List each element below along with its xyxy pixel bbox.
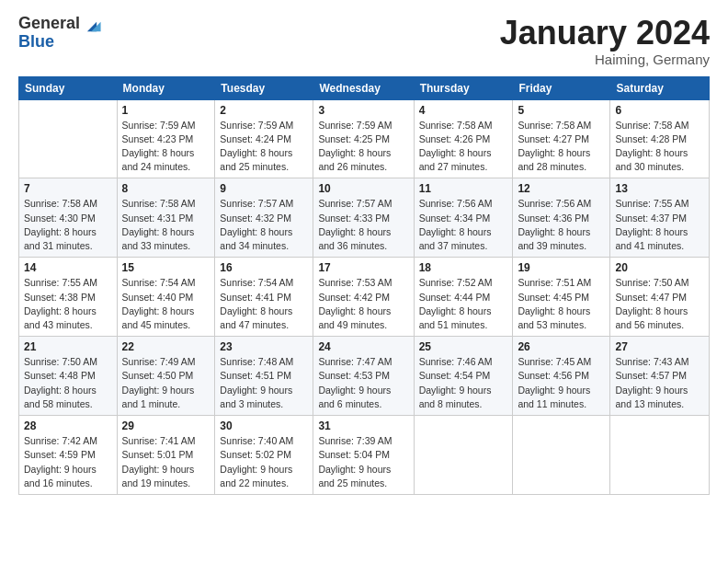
day-number: 17 xyxy=(318,261,408,274)
day-number: 7 xyxy=(24,182,112,195)
day-info: Sunrise: 7:57 AM Sunset: 4:33 PM Dayligh… xyxy=(318,197,408,253)
day-number: 13 xyxy=(615,182,704,195)
table-row: 8Sunrise: 7:58 AM Sunset: 4:31 PM Daylig… xyxy=(117,178,215,258)
table-row: 24Sunrise: 7:47 AM Sunset: 4:53 PM Dayli… xyxy=(313,337,414,416)
day-info: Sunrise: 7:58 AM Sunset: 4:31 PM Dayligh… xyxy=(122,197,210,253)
table-row: 7Sunrise: 7:58 AM Sunset: 4:30 PM Daylig… xyxy=(19,178,118,258)
day-info: Sunrise: 7:56 AM Sunset: 4:34 PM Dayligh… xyxy=(419,197,508,253)
table-row: 14Sunrise: 7:55 AM Sunset: 4:38 PM Dayli… xyxy=(19,258,118,337)
day-number: 1 xyxy=(122,104,210,117)
day-info: Sunrise: 7:50 AM Sunset: 4:47 PM Dayligh… xyxy=(615,276,704,332)
day-number: 4 xyxy=(419,104,508,117)
table-row: 21Sunrise: 7:50 AM Sunset: 4:48 PM Dayli… xyxy=(19,337,118,416)
day-info: Sunrise: 7:45 AM Sunset: 4:56 PM Dayligh… xyxy=(518,355,605,411)
table-row: 12Sunrise: 7:56 AM Sunset: 4:36 PM Dayli… xyxy=(513,178,610,258)
day-number: 24 xyxy=(318,340,408,353)
day-info: Sunrise: 7:53 AM Sunset: 4:42 PM Dayligh… xyxy=(318,276,408,332)
table-row: 9Sunrise: 7:57 AM Sunset: 4:32 PM Daylig… xyxy=(215,178,313,258)
day-number: 28 xyxy=(24,419,112,432)
day-info: Sunrise: 7:59 AM Sunset: 4:23 PM Dayligh… xyxy=(122,119,210,175)
table-row: 23Sunrise: 7:48 AM Sunset: 4:51 PM Dayli… xyxy=(215,337,313,416)
table-row: 16Sunrise: 7:54 AM Sunset: 4:41 PM Dayli… xyxy=(215,258,313,337)
table-row: 22Sunrise: 7:49 AM Sunset: 4:50 PM Dayli… xyxy=(117,337,215,416)
col-friday: Friday xyxy=(513,76,610,99)
table-row: 2Sunrise: 7:59 AM Sunset: 4:24 PM Daylig… xyxy=(215,99,313,178)
table-row: 19Sunrise: 7:51 AM Sunset: 4:45 PM Dayli… xyxy=(513,258,610,337)
logo-text: General Blue xyxy=(18,15,80,52)
day-info: Sunrise: 7:49 AM Sunset: 4:50 PM Dayligh… xyxy=(122,355,210,411)
day-info: Sunrise: 7:41 AM Sunset: 5:01 PM Dayligh… xyxy=(122,434,210,490)
table-row xyxy=(414,416,513,495)
table-row: 20Sunrise: 7:50 AM Sunset: 4:47 PM Dayli… xyxy=(610,258,710,337)
page: General Blue January 2024 Haiming, Germa… xyxy=(0,0,728,563)
day-number: 2 xyxy=(220,104,308,117)
day-number: 12 xyxy=(518,182,605,195)
day-number: 6 xyxy=(615,104,704,117)
day-number: 3 xyxy=(318,104,408,117)
day-info: Sunrise: 7:48 AM Sunset: 4:51 PM Dayligh… xyxy=(220,355,308,411)
col-sunday: Sunday xyxy=(19,76,118,99)
day-number: 8 xyxy=(122,182,210,195)
table-row xyxy=(19,99,118,178)
day-info: Sunrise: 7:54 AM Sunset: 4:40 PM Dayligh… xyxy=(122,276,210,332)
table-row: 3Sunrise: 7:59 AM Sunset: 4:25 PM Daylig… xyxy=(313,99,414,178)
table-row: 1Sunrise: 7:59 AM Sunset: 4:23 PM Daylig… xyxy=(117,99,215,178)
col-thursday: Thursday xyxy=(414,76,513,99)
table-row: 5Sunrise: 7:58 AM Sunset: 4:27 PM Daylig… xyxy=(513,99,610,178)
day-info: Sunrise: 7:54 AM Sunset: 4:41 PM Dayligh… xyxy=(220,276,308,332)
day-info: Sunrise: 7:56 AM Sunset: 4:36 PM Dayligh… xyxy=(518,197,605,253)
table-row: 15Sunrise: 7:54 AM Sunset: 4:40 PM Dayli… xyxy=(117,258,215,337)
day-number: 9 xyxy=(220,182,308,195)
day-number: 16 xyxy=(220,261,308,274)
day-number: 30 xyxy=(220,419,308,432)
day-info: Sunrise: 7:47 AM Sunset: 4:53 PM Dayligh… xyxy=(318,355,408,411)
day-info: Sunrise: 7:43 AM Sunset: 4:57 PM Dayligh… xyxy=(615,355,704,411)
table-row: 31Sunrise: 7:39 AM Sunset: 5:04 PM Dayli… xyxy=(313,416,414,495)
logo-blue: Blue xyxy=(18,33,80,52)
day-number: 26 xyxy=(518,340,605,353)
day-number: 19 xyxy=(518,261,605,274)
calendar-header-row: Sunday Monday Tuesday Wednesday Thursday… xyxy=(19,76,710,99)
table-row: 30Sunrise: 7:40 AM Sunset: 5:02 PM Dayli… xyxy=(215,416,313,495)
day-number: 20 xyxy=(615,261,704,274)
table-row: 10Sunrise: 7:57 AM Sunset: 4:33 PM Dayli… xyxy=(313,178,414,258)
table-row: 11Sunrise: 7:56 AM Sunset: 4:34 PM Dayli… xyxy=(414,178,513,258)
table-row xyxy=(610,416,710,495)
day-info: Sunrise: 7:46 AM Sunset: 4:54 PM Dayligh… xyxy=(419,355,508,411)
day-info: Sunrise: 7:42 AM Sunset: 4:59 PM Dayligh… xyxy=(24,434,112,490)
day-number: 31 xyxy=(318,419,408,432)
table-row: 25Sunrise: 7:46 AM Sunset: 4:54 PM Dayli… xyxy=(414,337,513,416)
calendar-table: Sunday Monday Tuesday Wednesday Thursday… xyxy=(18,76,710,495)
day-number: 29 xyxy=(122,419,210,432)
day-info: Sunrise: 7:52 AM Sunset: 4:44 PM Dayligh… xyxy=(419,276,508,332)
location: Haiming, Germany xyxy=(500,52,710,67)
day-info: Sunrise: 7:40 AM Sunset: 5:02 PM Dayligh… xyxy=(220,434,308,490)
day-info: Sunrise: 7:50 AM Sunset: 4:48 PM Dayligh… xyxy=(24,355,112,411)
day-info: Sunrise: 7:58 AM Sunset: 4:26 PM Dayligh… xyxy=(419,119,508,175)
table-row: 18Sunrise: 7:52 AM Sunset: 4:44 PM Dayli… xyxy=(414,258,513,337)
day-info: Sunrise: 7:58 AM Sunset: 4:27 PM Dayligh… xyxy=(518,119,605,175)
day-number: 21 xyxy=(24,340,112,353)
table-row: 4Sunrise: 7:58 AM Sunset: 4:26 PM Daylig… xyxy=(414,99,513,178)
day-info: Sunrise: 7:51 AM Sunset: 4:45 PM Dayligh… xyxy=(518,276,605,332)
col-wednesday: Wednesday xyxy=(313,76,414,99)
col-tuesday: Tuesday xyxy=(215,76,313,99)
table-row: 29Sunrise: 7:41 AM Sunset: 5:01 PM Dayli… xyxy=(117,416,215,495)
header: General Blue January 2024 Haiming, Germa… xyxy=(18,15,710,67)
day-info: Sunrise: 7:59 AM Sunset: 4:25 PM Dayligh… xyxy=(318,119,408,175)
day-number: 15 xyxy=(122,261,210,274)
day-number: 11 xyxy=(419,182,508,195)
day-info: Sunrise: 7:58 AM Sunset: 4:30 PM Dayligh… xyxy=(24,197,112,253)
day-number: 27 xyxy=(615,340,704,353)
logo-general: General xyxy=(18,15,80,33)
table-row xyxy=(513,416,610,495)
day-number: 25 xyxy=(419,340,508,353)
day-info: Sunrise: 7:57 AM Sunset: 4:32 PM Dayligh… xyxy=(220,197,308,253)
table-row: 28Sunrise: 7:42 AM Sunset: 4:59 PM Dayli… xyxy=(19,416,118,495)
title-area: January 2024 Haiming, Germany xyxy=(500,15,710,67)
day-info: Sunrise: 7:55 AM Sunset: 4:37 PM Dayligh… xyxy=(615,197,704,253)
table-row: 17Sunrise: 7:53 AM Sunset: 4:42 PM Dayli… xyxy=(313,258,414,337)
day-number: 5 xyxy=(518,104,605,117)
day-number: 14 xyxy=(24,261,112,274)
logo-icon xyxy=(82,17,102,37)
